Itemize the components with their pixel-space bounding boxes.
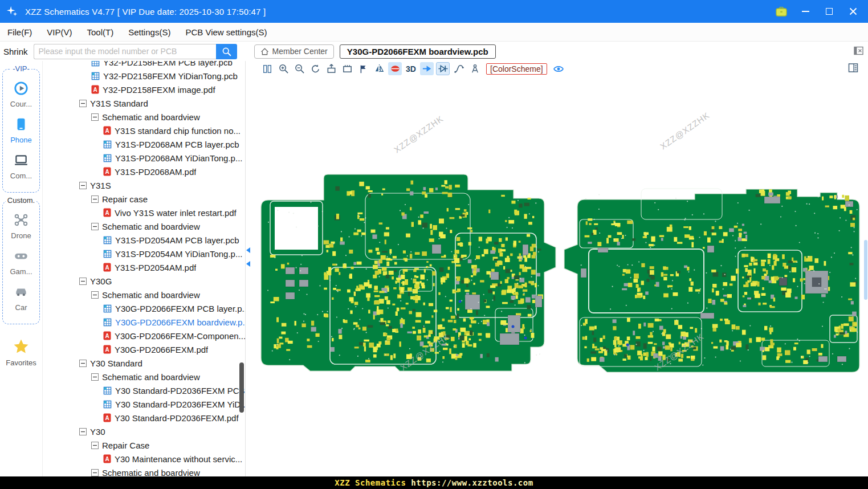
collapse-icon[interactable]	[79, 182, 87, 189]
tree-item[interactable]: Repair case	[43, 192, 245, 206]
tree-item[interactable]: Y31S-PD2068AM YiDianTong.p...	[43, 151, 245, 165]
viewer-scrollbar-thumb[interactable]	[864, 240, 867, 300]
rotate-view-button[interactable]	[308, 62, 322, 75]
collapse-icon[interactable]	[91, 291, 99, 299]
hide-panel-icon[interactable]	[854, 46, 863, 58]
sidebar-item-gam[interactable]: Gam...	[10, 248, 32, 276]
menu-item-pcb-view-settings[interactable]: PCB View settings(S)	[178, 27, 274, 37]
sidebar-item-car[interactable]: Car	[14, 284, 28, 312]
tree-item[interactable]: Schematic and boardview	[43, 288, 245, 301]
collapse-icon[interactable]	[79, 360, 87, 367]
document-tab[interactable]: Y30G-PD2066FEXM boardview.pcb	[340, 44, 496, 59]
tree-item[interactable]: Y30 Standard-PD2036FEXM PCB...	[43, 384, 245, 397]
tree-item[interactable]: Y30 Standard	[43, 356, 245, 370]
search-button[interactable]	[216, 44, 237, 59]
collapse-icon[interactable]	[79, 278, 87, 285]
tree-item[interactable]: Y30 Standard-PD2036FEXM YiD...	[43, 397, 245, 411]
menu-item-settings[interactable]: Settings(S)	[121, 27, 178, 37]
tree-item[interactable]: AY32-PD2158FEXM image.pdf	[43, 83, 245, 96]
collapse-icon[interactable]	[79, 428, 87, 435]
flag-icon	[358, 64, 368, 74]
tree-item[interactable]: AVivo Y31S water inlet restart.pdf	[43, 206, 245, 219]
sidebar-item-cour[interactable]: Cour...	[10, 81, 32, 108]
svg-text:A: A	[105, 415, 109, 421]
sidebar-group-custom: Custom.DroneGam...Car	[2, 201, 40, 324]
zoom-in-button[interactable]	[276, 62, 290, 75]
panel-collapse-handle[interactable]	[246, 247, 250, 267]
tree-item[interactable]: Y30G-PD2066FEXM boardview.p...	[43, 315, 245, 329]
zoom-out-button[interactable]	[292, 62, 306, 75]
app-logo-icon	[6, 5, 18, 18]
tree-item[interactable]: AY31S-PD2054AM.pdf	[43, 260, 245, 274]
tree-item[interactable]: Y30G	[43, 274, 245, 288]
shrink-button[interactable]: Shrink	[3, 47, 28, 56]
tree-item[interactable]: Y32-PD2158FEXM PCB layer.pcb	[43, 61, 245, 69]
sidebar-item-favorites[interactable]: Favorites	[0, 338, 42, 367]
top-bottom-view-button[interactable]	[388, 62, 402, 75]
tree-item[interactable]: Y31S-PD2068AM PCB layer.pcb	[43, 137, 245, 151]
tree-item[interactable]: Y31S-PD2054AM PCB layer.pcb	[43, 233, 245, 247]
tree-item-label: Y31S Standard	[90, 99, 148, 108]
tree-item[interactable]: AY31S-PD2068AM.pdf	[43, 165, 245, 178]
pcb-canvas-area[interactable]: XZZ@XZZHKXZZ@XZZHKXZZ@XZZHKXZZ@XZZHK	[246, 76, 868, 476]
pcb-board-canvas[interactable]: XZZ@XZZHKXZZ@XZZHKXZZ@XZZHKXZZ@XZZHK	[246, 76, 868, 476]
computer-icon	[14, 153, 28, 170]
split-view-button[interactable]	[260, 62, 274, 75]
svg-text:A: A	[105, 347, 109, 353]
tree-item-label: Repair Case	[102, 441, 149, 450]
measure-tool-button[interactable]	[468, 62, 482, 75]
tree-item[interactable]: Y30G-PD2066FEXM PCB layer.p...	[43, 301, 245, 315]
sidebar-item-phone[interactable]: Phone	[10, 117, 32, 144]
collapse-icon[interactable]	[79, 100, 87, 107]
collapse-icon[interactable]	[91, 113, 99, 121]
tree-item[interactable]: AY30 Standard-PD2036FEXM.pdf	[43, 411, 245, 425]
collapse-icon[interactable]	[91, 223, 99, 230]
tree-item[interactable]: AY30 Maintenance without servic...	[43, 452, 245, 466]
license-icon[interactable]	[772, 3, 790, 19]
tree-item[interactable]: Schematic and boardview	[43, 370, 245, 384]
tree-item[interactable]: Y30	[43, 425, 245, 438]
layers-panel-button[interactable]	[847, 62, 859, 76]
export-board-button[interactable]	[324, 62, 338, 75]
curve-tool-button[interactable]	[452, 62, 466, 75]
tree-item[interactable]: AY30G-PD2066FEXM-Componen...	[43, 329, 245, 343]
3d-view-button[interactable]: 3D	[404, 62, 418, 75]
minimize-button[interactable]	[796, 3, 814, 19]
tree-item[interactable]: Schematic and boardview	[43, 219, 245, 233]
collapse-icon[interactable]	[91, 442, 99, 449]
tree-item[interactable]: Schematic and boardview	[43, 110, 245, 124]
menu-item-vip[interactable]: VIP(V)	[39, 27, 79, 37]
flip-board-button[interactable]	[372, 62, 386, 75]
tree-scrollbar-thumb[interactable]	[239, 362, 244, 413]
sidebar-item-drone[interactable]: Drone	[11, 213, 31, 240]
tree-item[interactable]: Y31S	[43, 178, 245, 192]
menu-item-file[interactable]: File(F)	[0, 27, 39, 37]
maximize-button[interactable]	[820, 3, 838, 19]
tree-item[interactable]: Y31S-PD2054AM YiDianTong.p...	[43, 247, 245, 260]
tree-item[interactable]: Y32-PD2158FEXM YiDianTong.pcb	[43, 69, 245, 83]
collapse-icon[interactable]	[91, 373, 99, 381]
close-button[interactable]	[844, 3, 862, 19]
tree-item[interactable]: AY31S standard chip function no...	[43, 124, 245, 137]
tree-item-label: Y31S-PD2054AM YiDianTong.p...	[115, 249, 242, 259]
model-search-input[interactable]	[34, 44, 216, 59]
colorscheme-button[interactable]: [ColorScheme]	[486, 63, 547, 75]
statusbar-url[interactable]: https://www.xzztools.com	[411, 478, 533, 487]
tree-item[interactable]: Schematic and boardview	[43, 466, 245, 476]
collapse-icon[interactable]	[91, 195, 99, 203]
tree-item[interactable]: AY30G-PD2066FEXM.pdf	[43, 343, 245, 356]
collapse-icon[interactable]	[91, 469, 99, 476]
tree-item[interactable]: Y31S Standard	[43, 96, 245, 110]
menu-item-tool[interactable]: Tool(T)	[80, 27, 121, 37]
tree-item-label: Y30 Standard-PD2036FEXM PCB...	[115, 386, 245, 396]
svg-text:A: A	[105, 333, 109, 339]
tree-item-label: Y30G-PD2066FEXM-Componen...	[115, 331, 245, 341]
board-view-button[interactable]	[340, 62, 354, 75]
tree-item[interactable]: Repair Case	[43, 438, 245, 452]
visibility-button[interactable]	[552, 62, 565, 75]
sidebar-item-com[interactable]: Com...	[10, 153, 32, 180]
member-center-button[interactable]: Member Center	[254, 44, 334, 59]
jump-arrow-button[interactable]	[420, 62, 434, 75]
diode-tool-button[interactable]	[436, 62, 450, 75]
probe-flag-button[interactable]	[356, 62, 370, 75]
